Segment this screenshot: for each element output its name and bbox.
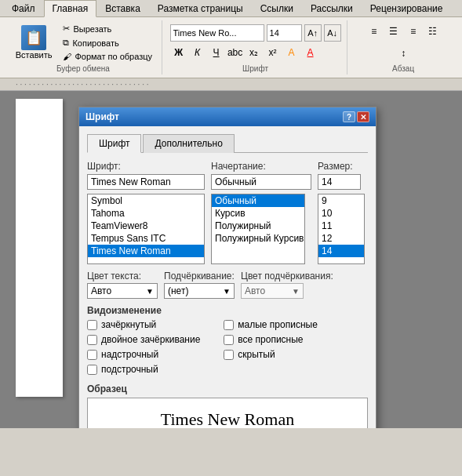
help-button[interactable]: ? — [343, 111, 355, 122]
font-item-symbol[interactable]: Symbol — [88, 194, 204, 207]
copy-button[interactable]: ⧉ Копировать — [60, 36, 122, 49]
style-column: Начертание: Обычный Курсив Полужирный По… — [211, 161, 311, 264]
font-group-label: Шрифт — [242, 63, 268, 73]
font-item-tahoma[interactable]: Tahoma — [88, 207, 204, 220]
grow-font-button[interactable]: A↑ — [304, 24, 322, 42]
dialog-title-bar: Шрифт ? ✕ — [79, 107, 376, 126]
size-item-11[interactable]: 11 — [318, 220, 364, 232]
dialog-controls: ? ✕ — [343, 111, 369, 122]
superscript-button[interactable]: x² — [264, 44, 282, 61]
subscript-button[interactable]: x₂ — [246, 44, 263, 61]
copy-icon: ⧉ — [63, 38, 69, 48]
font-dialog: Шрифт ? ✕ Шрифт Дополнительно Шрифт: Sym — [78, 107, 377, 428]
underline-color-dropdown[interactable]: Авто ▼ — [241, 283, 304, 299]
underline-button[interactable]: Ч — [208, 44, 225, 61]
style-item-bold-italic[interactable]: Полужирный Курсив — [212, 232, 304, 245]
size-listbox[interactable]: 9 10 11 12 14 — [318, 194, 365, 264]
font-field-label: Шрифт: — [87, 161, 205, 172]
size-field-label: Размер: — [318, 161, 368, 172]
paste-icon: 📋 — [21, 25, 46, 50]
font-name-input[interactable] — [170, 24, 264, 42]
bold-button[interactable]: Ж — [170, 44, 187, 61]
document-area: Шрифт ? ✕ Шрифт Дополнительно Шрифт: Sym — [0, 91, 462, 428]
color-label: Цвет текста: — [87, 271, 158, 282]
all-caps-checkbox[interactable] — [224, 335, 234, 345]
font-size-input[interactable] — [267, 24, 302, 42]
line-spacing-button[interactable]: ↕ — [395, 45, 412, 62]
tab-font[interactable]: Шрифт — [87, 134, 141, 153]
tab-review[interactable]: Рецензирование — [362, 0, 452, 16]
double-strike-row: двойное зачёркивание — [87, 334, 200, 345]
subscript-row: подстрочный — [87, 364, 200, 375]
strikethrough-checkbox[interactable] — [87, 320, 97, 330]
small-caps-checkbox[interactable] — [224, 320, 234, 330]
size-item-9[interactable]: 9 — [318, 194, 364, 207]
tab-references[interactable]: Ссылки — [252, 0, 302, 16]
shrink-font-button[interactable]: A↓ — [324, 24, 341, 42]
font-item-times[interactable]: Times New Roman — [88, 245, 204, 257]
font-listbox[interactable]: Symbol Tahoma TeamViewer8 Tempus Sans IT… — [87, 194, 205, 264]
tab-home[interactable]: Главная — [44, 0, 97, 17]
size-item-14[interactable]: 14 — [318, 245, 364, 257]
clipboard-label: Буфер обмена — [56, 63, 110, 73]
effects-label: Видоизменение — [87, 305, 368, 316]
size-field[interactable] — [318, 174, 361, 190]
subscript-checkbox[interactable] — [87, 365, 97, 375]
hidden-row: скрытый — [224, 349, 318, 360]
size-item-12[interactable]: 12 — [318, 232, 364, 245]
align-right-button[interactable]: ≡ — [405, 23, 422, 40]
text-color-dropdown[interactable]: Авто ▼ — [87, 283, 158, 299]
font-item-teamviewer[interactable]: TeamViewer8 — [88, 220, 204, 232]
paint-icon: 🖌 — [63, 52, 71, 61]
underline-dropdown[interactable]: (нет) ▼ — [164, 283, 235, 299]
font-group: A↑ A↓ Ж К Ч abc x₂ x² A A Шрифт — [164, 20, 347, 74]
align-center-button[interactable]: ☰ — [385, 23, 402, 40]
ribbon-content: 📋 Вставить ✂ Вырезать ⧉ Копировать 🖌 Фор… — [0, 17, 462, 78]
justify-button[interactable]: ☷ — [424, 23, 442, 40]
style-item-regular[interactable]: Обычный — [212, 194, 304, 207]
underline-group: Подчёркивание: (нет) ▼ — [164, 271, 235, 299]
cut-button[interactable]: ✂ Вырезать — [60, 22, 115, 35]
ribbon-tab-bar: Файл Главная Вставка Разметка страницы С… — [0, 0, 462, 17]
superscript-checkbox[interactable] — [87, 350, 97, 360]
preview-box: Times New Roman — [87, 398, 368, 428]
close-button[interactable]: ✕ — [357, 111, 369, 122]
font-item-tempus[interactable]: Tempus Sans ITC — [88, 232, 204, 245]
size-item-10[interactable]: 10 — [318, 207, 364, 220]
ruler-marks: · · · · · · · · · · · · · · · · · · · · … — [16, 80, 148, 89]
tab-insert[interactable]: Вставка — [96, 0, 149, 16]
align-left-button[interactable]: ≡ — [366, 23, 383, 40]
tab-layout[interactable]: Разметка страницы — [149, 0, 252, 16]
color-underline-row: Цвет текста: Авто ▼ Подчёркивание: (нет)… — [87, 271, 368, 299]
text-color-group: Цвет текста: Авто ▼ — [87, 271, 158, 299]
paragraph-group: ≡ ☰ ≡ ☷ ↕ Абзац — [349, 20, 457, 74]
hidden-checkbox[interactable] — [224, 350, 234, 360]
paste-button[interactable]: 📋 Вставить — [11, 22, 57, 63]
underline-dropdown-arrow: ▼ — [223, 287, 231, 296]
italic-button[interactable]: К — [189, 44, 206, 61]
tab-file[interactable]: Файл — [3, 0, 44, 16]
color-dropdown-arrow: ▼ — [146, 287, 154, 296]
style-listbox[interactable]: Обычный Курсив Полужирный Полужирный Кур… — [211, 194, 305, 264]
highlight-button[interactable]: A — [283, 44, 300, 61]
ruler: · · · · · · · · · · · · · · · · · · · · … — [0, 78, 462, 91]
tab-advanced[interactable]: Дополнительно — [143, 134, 234, 153]
style-item-bold[interactable]: Полужирный — [212, 220, 304, 232]
effects-right: малые прописные все прописные скрытый — [224, 319, 318, 377]
format-paint-button[interactable]: 🖌 Формат по образцу — [60, 50, 155, 63]
scissors-icon: ✂ — [63, 24, 70, 34]
preview-label: Образец — [87, 383, 368, 394]
dialog-body: Шрифт Дополнительно Шрифт: Symbol Tahoma… — [79, 126, 376, 428]
clipboard-small-buttons: ✂ Вырезать ⧉ Копировать 🖌 Формат по обра… — [60, 22, 155, 63]
style-field-label: Начертание: — [211, 161, 311, 172]
tab-mailings[interactable]: Рассылки — [302, 0, 362, 16]
style-name-field[interactable] — [211, 174, 311, 190]
font-color-button[interactable]: A — [302, 44, 319, 61]
strikethrough-button[interactable]: abc — [227, 44, 244, 61]
font-name-field[interactable] — [87, 174, 205, 190]
style-item-italic[interactable]: Курсив — [212, 207, 304, 220]
superscript-row: надстрочный — [87, 349, 200, 360]
underline-label: Подчёркивание: — [164, 271, 235, 282]
double-strike-checkbox[interactable] — [87, 335, 97, 345]
strikethrough-row: зачёркнутый — [87, 319, 200, 330]
